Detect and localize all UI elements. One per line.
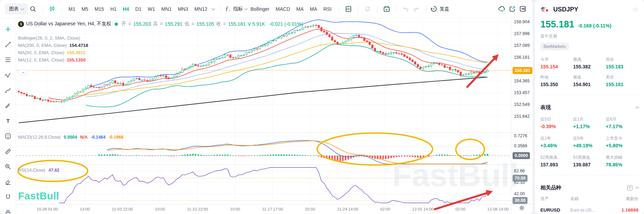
related-row-eurusd[interactable]: EURUSDEuro vs US...1.16668 bbox=[540, 207, 638, 213]
indicator-legend: Bollinger(26, 0, 2, SMA, Close)MA(200, 0… bbox=[18, 35, 88, 63]
eraser-tool[interactable] bbox=[5, 179, 11, 186]
crosshair-plus-tool[interactable] bbox=[5, 26, 11, 33]
timeframe-m1[interactable]: M1 bbox=[66, 5, 78, 14]
indicator-shortcut-bollinger-0[interactable]: Bollinger bbox=[247, 5, 272, 14]
broker-tag: BeeMarkets bbox=[540, 43, 569, 50]
indicator-legend-row: MA(200, 0, EMA, Close)154.4718 bbox=[18, 43, 88, 48]
timeframe-mn3[interactable]: MN3 bbox=[175, 5, 191, 14]
brush-tool[interactable] bbox=[5, 102, 11, 109]
macd-value: -0.1464 bbox=[91, 135, 105, 140]
timeframe-m15[interactable]: M15 bbox=[92, 5, 106, 14]
undo-icon[interactable] bbox=[401, 4, 411, 14]
rsi-legend: RSI(14,Close) 47.62 bbox=[18, 168, 59, 173]
performance-cell: 52周最高157.893 bbox=[540, 155, 573, 167]
currency-pair-flag-icon bbox=[540, 6, 550, 13]
performance-cell: 近5年+49.19% bbox=[573, 135, 606, 148]
share-export-icon[interactable] bbox=[507, 4, 517, 14]
text-tool[interactable]: T bbox=[5, 117, 11, 124]
quote-panel-header: USDJPY ☆ bbox=[540, 0, 638, 14]
timeframe-mn1[interactable]: MN1 bbox=[159, 5, 174, 14]
quote-change: -0.169 (-0.11%) bbox=[578, 23, 612, 28]
market-open-dot bbox=[115, 23, 118, 26]
session-label: 盘中交易 bbox=[540, 33, 638, 39]
timeframe-more-chevron[interactable] bbox=[210, 4, 217, 14]
timeframe-mn12[interactable]: MN12 bbox=[192, 5, 210, 14]
indicator-shortcut-ma-2[interactable]: MA bbox=[293, 5, 307, 14]
performance-cell: 52周最低139.887 bbox=[573, 155, 606, 167]
related-section-header: 相关品种 bbox=[540, 184, 638, 191]
function-icon: ƒ+ bbox=[225, 5, 231, 13]
sticker-tool[interactable] bbox=[5, 133, 11, 140]
indicator-shortcut-rsi-4[interactable]: RSI bbox=[320, 5, 335, 14]
macd-value: -0.1968 bbox=[108, 135, 123, 140]
quote-stat-cell: 卖价155.181 bbox=[606, 74, 638, 87]
redo-icon[interactable] bbox=[411, 4, 421, 14]
indicator-legend-row: Bollinger(26, 0, 2, SMA, Close) bbox=[18, 35, 88, 41]
chart-menu-label: 图表 bbox=[9, 6, 19, 12]
divider bbox=[221, 5, 221, 13]
performance-section-header: 表现 bbox=[540, 104, 638, 111]
collapse-legend-chip[interactable] bbox=[19, 69, 27, 75]
related-rows: EURUSDEuro vs US...1.16668GBPUSDGreat Br… bbox=[540, 207, 638, 214]
macd-legend: MACD(12,26,9,Close) 0.0504N/A-0.1464-0.1… bbox=[18, 135, 123, 140]
high-value: 155.291 bbox=[165, 21, 183, 27]
chevron-up-icon[interactable] bbox=[636, 106, 639, 110]
col-asset: 资产 bbox=[540, 196, 570, 202]
layout-template-icon[interactable] bbox=[343, 4, 354, 14]
related-columns: 资产 名称 最新价 bbox=[540, 196, 638, 202]
indicator-value: 154.4718 bbox=[69, 43, 88, 48]
drawing-tool-rail: T bbox=[0, 18, 16, 214]
macd-value: 0.0504 bbox=[64, 135, 77, 140]
chevron-down-icon bbox=[21, 7, 24, 10]
trading-app: 图表 M1M5M15H1H4D1W1MN1MN3MN12 ƒ+ 指标 bbox=[0, 0, 644, 214]
pitchfork-tool[interactable] bbox=[5, 87, 11, 94]
replay-button[interactable]: 复盘 bbox=[430, 5, 449, 13]
indicator-shortcut-macd-1[interactable]: MACD bbox=[273, 5, 293, 14]
chevron-up-icon[interactable] bbox=[636, 187, 639, 190]
quote-stat-cell: 买价155.183 bbox=[606, 57, 638, 69]
timeframe-m5[interactable]: M5 bbox=[79, 5, 90, 14]
divider bbox=[426, 5, 426, 13]
collapse-panel-icon[interactable] bbox=[517, 4, 528, 14]
settings-gear-icon[interactable] bbox=[519, 205, 525, 212]
fib-retracement-tool[interactable] bbox=[5, 56, 11, 63]
list-panel-icon[interactable] bbox=[627, 185, 633, 190]
economic-calendar-icon[interactable] bbox=[381, 4, 392, 14]
alert-bell-icon[interactable] bbox=[362, 4, 373, 14]
cloud-sync-icon[interactable] bbox=[497, 4, 507, 14]
quote-stat-cell: 今开155.154 bbox=[540, 57, 573, 69]
indicator-value: 155.4911 bbox=[67, 50, 86, 55]
candle-style-icon[interactable] bbox=[47, 4, 57, 14]
timeframe-d1[interactable]: D1 bbox=[133, 5, 144, 14]
magnet-tool[interactable] bbox=[5, 194, 11, 201]
timeframe-h4[interactable]: H4 bbox=[120, 5, 131, 14]
timeframe-h1[interactable]: H1 bbox=[108, 5, 119, 14]
quote-stat-cell: 最高155.382 bbox=[573, 57, 606, 69]
indicator-name: MA(12, 0, EMA, Close) bbox=[18, 57, 64, 63]
ruler-tool[interactable] bbox=[5, 148, 11, 155]
high-label: 高 bbox=[153, 21, 158, 27]
indicator-menu-label: 指标 bbox=[233, 6, 243, 12]
favorite-star-icon[interactable]: ☆ bbox=[633, 6, 638, 14]
divider bbox=[377, 5, 377, 13]
symbol-coin-icon: $ bbox=[18, 21, 24, 27]
chart-menu-button[interactable]: 图表 bbox=[5, 3, 28, 15]
indicator-legend-row: MA(12, 0, EMA, Close)155.1350 bbox=[18, 57, 88, 63]
search-icon[interactable] bbox=[28, 4, 38, 14]
macd-value: N/A bbox=[80, 135, 88, 140]
indicator-shortcut-ma-3[interactable]: MA bbox=[307, 5, 320, 14]
wave-tool[interactable] bbox=[5, 72, 11, 79]
divider bbox=[358, 5, 358, 13]
quote-symbol: USDJPY bbox=[553, 6, 629, 13]
trendline-tool[interactable] bbox=[5, 41, 11, 48]
zoom-in-tool[interactable] bbox=[5, 163, 11, 170]
lock-tool[interactable] bbox=[5, 209, 11, 214]
indicator-menu-button[interactable]: ƒ+ 指标 bbox=[225, 4, 247, 14]
quote-price: 155.181 bbox=[540, 19, 574, 30]
performance-grid: 近5日-0.39%近1月+1.17%近6月+7.17%近1年+3.46%近5年+… bbox=[540, 116, 638, 167]
timeframe-w1[interactable]: W1 bbox=[145, 5, 158, 14]
indicator-name: Bollinger(26, 0, 2, SMA, Close) bbox=[18, 35, 80, 41]
indicator-name: MA(50, 0, EMA, Close) bbox=[18, 50, 64, 55]
divider bbox=[339, 5, 339, 13]
symbol-header: $ US Dollar vs Japanese Yen, H4, 不复权 开= … bbox=[18, 21, 303, 27]
